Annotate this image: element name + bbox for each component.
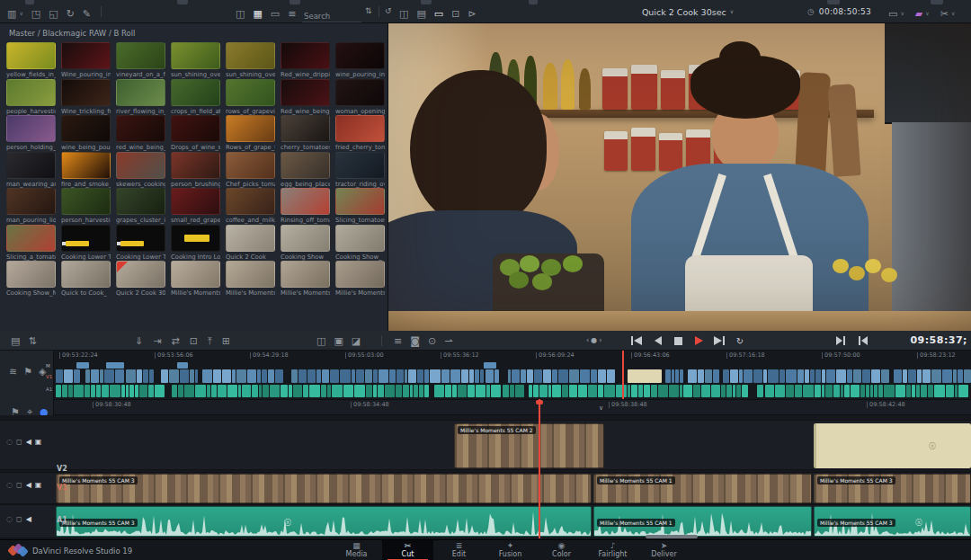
viewer[interactable] bbox=[388, 23, 971, 331]
media-clip[interactable]: cherry_tomatoes_... bbox=[281, 115, 330, 151]
timeline-options-icon[interactable]: ▤ bbox=[11, 336, 20, 346]
sync-clips-icon[interactable]: ↻ bbox=[67, 9, 75, 19]
strip-view-icon[interactable]: ▭ bbox=[271, 9, 280, 19]
media-clip[interactable]: people_harvesting... bbox=[6, 79, 56, 115]
append-icon[interactable]: ⇥ bbox=[153, 336, 161, 346]
search-input[interactable] bbox=[302, 11, 361, 22]
media-clip[interactable]: Cooking Show bbox=[281, 225, 330, 261]
media-clip[interactable]: rows_of_grapevin... bbox=[226, 79, 275, 115]
media-clip[interactable]: man_pouring_liqu... bbox=[6, 188, 56, 224]
goto-in-button[interactable] bbox=[855, 334, 869, 347]
timeline-audio-clip[interactable]: Millie's Moments 55 CAM 1 bbox=[593, 506, 812, 537]
track-enable-icon[interactable]: ▣ bbox=[35, 439, 42, 446]
clip-view-icon[interactable]: ▣ bbox=[334, 336, 343, 346]
media-clip[interactable]: egg_being_placed... bbox=[281, 152, 330, 188]
media-clip[interactable]: Cooking Lower Thi... bbox=[116, 225, 165, 261]
timeline-video-clip[interactable]: Millie's Moments 55 CAM 3 bbox=[56, 474, 592, 503]
media-clip[interactable]: Red_wine_drippin... bbox=[281, 42, 330, 78]
media-clip[interactable]: yellow_fields_in_bl... bbox=[6, 42, 56, 78]
media-clip[interactable]: Drops_of_wine_sp... bbox=[171, 115, 220, 151]
media-clip[interactable]: coffee_and_milk_b... bbox=[226, 188, 275, 224]
transition-icon[interactable]: ◙ bbox=[410, 336, 420, 346]
media-clip[interactable]: Millie's Moments ... bbox=[226, 261, 275, 297]
media-clip[interactable]: Cooking Lower Thi... bbox=[61, 225, 111, 261]
track-lock-icon[interactable]: ◻ bbox=[16, 439, 22, 446]
play-button[interactable] bbox=[691, 334, 706, 347]
media-clip[interactable]: Slicing_a_tomato_... bbox=[6, 225, 56, 261]
media-clip[interactable]: wine_being_poure... bbox=[61, 115, 111, 151]
skip-back-button[interactable] bbox=[629, 334, 644, 347]
media-clip[interactable]: Wine_trickling_fro... bbox=[61, 79, 111, 115]
media-clip[interactable]: grapes_cluster_in... bbox=[116, 188, 165, 224]
overview-playhead[interactable] bbox=[622, 351, 624, 399]
media-clip[interactable]: Wine_pouring_int... bbox=[61, 42, 111, 78]
jog-control[interactable]: ‹●› bbox=[586, 336, 603, 344]
media-clip[interactable]: Chef_picks_tomat... bbox=[226, 152, 275, 188]
media-clip[interactable]: skewers_cooking_... bbox=[116, 152, 165, 188]
tab-deliver[interactable]: ➤Deliver bbox=[638, 540, 690, 560]
zoom-icon[interactable]: ⊙ bbox=[428, 336, 436, 346]
clip-chevron-marker[interactable]: ∨ bbox=[599, 404, 603, 412]
timeline-list-icon[interactable]: ≋ bbox=[9, 367, 17, 377]
media-clip[interactable]: wine_pouring_into... bbox=[335, 42, 385, 78]
timeline-ruler[interactable]: 09:58:30:4809:58:34:4809:58:38:4809:58:4… bbox=[0, 399, 971, 415]
grade-preview-icon[interactable]: ▰∨ bbox=[915, 9, 930, 19]
timeline-audio-clip[interactable]: Millie's Moments 55 CAM 3ⓧ bbox=[814, 506, 971, 537]
skip-forward-button[interactable] bbox=[712, 334, 726, 347]
media-clip[interactable]: person_brushing_... bbox=[171, 152, 220, 188]
media-clip[interactable]: Millie's Moments ... bbox=[281, 261, 330, 297]
close-up-icon[interactable]: ⊡ bbox=[190, 336, 198, 346]
display-options-icon[interactable]: ▭∨ bbox=[888, 9, 904, 19]
tab-edit[interactable]: ≣Edit bbox=[433, 540, 485, 560]
timeline-title-clip[interactable]: ⓧ bbox=[814, 423, 971, 468]
import-folder-icon[interactable]: ◱ bbox=[49, 9, 58, 19]
media-clip[interactable]: small_red_grape_c... bbox=[171, 188, 220, 224]
timeline-mode-icon[interactable]: ▭ bbox=[434, 9, 443, 19]
step-back-button[interactable] bbox=[650, 334, 664, 347]
track-mute-icon[interactable]: ◀ bbox=[26, 482, 31, 489]
source-tag-icon[interactable]: ◌ bbox=[6, 516, 13, 523]
overview-audio-track[interactable] bbox=[54, 385, 969, 397]
timeline-view-icon[interactable]: ◫ bbox=[316, 336, 325, 346]
source-tape-mode-icon[interactable]: ▤ bbox=[416, 9, 425, 19]
tab-media[interactable]: ▦Media bbox=[331, 540, 382, 560]
fast-review-icon[interactable]: ⊳ bbox=[468, 9, 476, 19]
track-v2-lane[interactable]: Millie's Moments 55 CAM 2ⓧ bbox=[0, 420, 971, 470]
media-clip[interactable]: river_flowing_in_t... bbox=[116, 79, 165, 115]
track-a1-lane[interactable]: Millie's Moments 55 CAM 3ⓧMillie's Momen… bbox=[0, 504, 971, 538]
source-overwrite-icon[interactable]: ⊞ bbox=[222, 336, 230, 346]
film-view-icon[interactable]: ◪ bbox=[352, 336, 361, 346]
breadcrumb[interactable]: Master / Blackmagic RAW / B Roll bbox=[9, 29, 135, 38]
tools-menu-icon[interactable]: ✂∨ bbox=[940, 9, 956, 19]
media-clip[interactable]: vineyard_on_a_far... bbox=[116, 42, 165, 78]
list-view-icon[interactable]: ≡ bbox=[288, 9, 296, 19]
import-media-icon[interactable]: ◳ bbox=[31, 9, 40, 19]
media-clip[interactable]: red_wine_being_p... bbox=[116, 115, 165, 151]
track-height-icon[interactable]: ⇅ bbox=[28, 336, 36, 346]
timeline-scrollbar[interactable] bbox=[646, 535, 698, 538]
smart-insert-icon[interactable]: ⇓ bbox=[135, 336, 143, 346]
tab-fairlight[interactable]: ♪Fairlight bbox=[587, 540, 638, 560]
metadata-view-icon[interactable]: ◫ bbox=[236, 9, 245, 19]
media-clip[interactable]: sun_shining_over_... bbox=[226, 42, 275, 78]
media-clip[interactable]: Rows_of_grape_tr... bbox=[226, 115, 275, 151]
media-clip[interactable]: man_wearing_an_... bbox=[6, 152, 56, 188]
relink-media-icon[interactable]: ✎ bbox=[83, 9, 91, 19]
tab-fusion[interactable]: ✦Fusion bbox=[485, 540, 536, 560]
timeline-overview[interactable]: 09:53:22:2409:53:56:0609:54:29:1809:55:0… bbox=[0, 351, 971, 399]
track-mute-icon[interactable]: ◀ bbox=[26, 439, 31, 446]
tab-color[interactable]: ◉Color bbox=[536, 540, 587, 560]
overview-ruler[interactable]: 09:53:22:2409:53:56:0609:54:29:1809:55:0… bbox=[54, 351, 969, 360]
media-clip[interactable]: Red_wine_being_p... bbox=[281, 79, 330, 115]
tab-cut[interactable]: ✂Cut bbox=[382, 540, 433, 560]
media-clip[interactable]: sun_shining_over_... bbox=[171, 42, 220, 78]
media-clip[interactable]: tractor_riding_ove... bbox=[335, 152, 385, 188]
goto-out-button[interactable] bbox=[833, 334, 847, 347]
timeline-video-clip[interactable]: Millie's Moments 55 CAM 2 bbox=[454, 423, 604, 468]
playhead-jump-icon[interactable]: ⇀ bbox=[444, 336, 452, 346]
tools-icon[interactable]: ≡ bbox=[394, 336, 402, 346]
media-clip[interactable]: Quick 2 Cook bbox=[226, 225, 275, 261]
thumbnail-view-icon[interactable]: ▦ bbox=[253, 9, 262, 19]
refresh-icon[interactable]: ↺ bbox=[385, 7, 392, 15]
overview-title-clip[interactable] bbox=[628, 369, 662, 383]
